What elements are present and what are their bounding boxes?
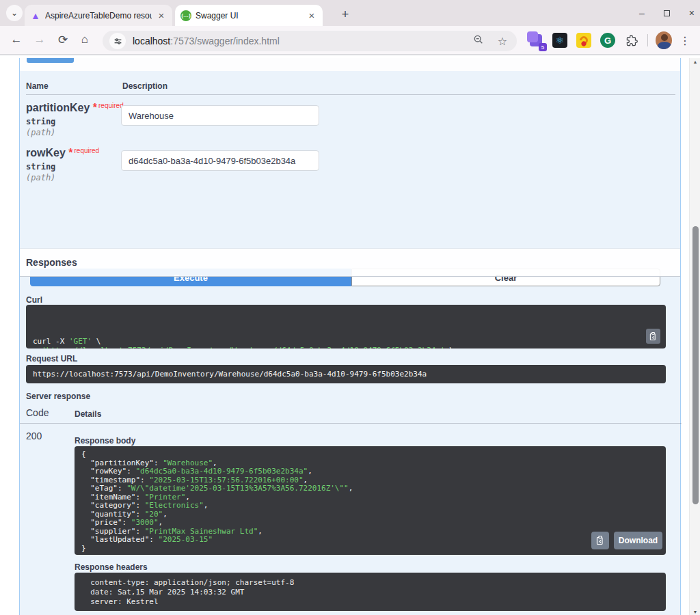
extension-devtools-icon[interactable]: ⚛ xyxy=(552,32,568,49)
tab-strip: ⌄ ▲ AspireAzureTableDemo resourc × {…} S… xyxy=(0,0,700,26)
divider xyxy=(20,423,682,424)
address-bar[interactable]: localhost:7573/swagger/index.html ☆ xyxy=(103,31,517,51)
copy-curl-icon[interactable] xyxy=(646,329,660,344)
param-name-header: Name xyxy=(26,81,49,91)
extension-purple-icon[interactable]: 5 xyxy=(528,32,544,49)
close-window-button[interactable]: × xyxy=(689,8,695,18)
param-type: string xyxy=(26,162,55,172)
copy-response-icon[interactable] xyxy=(591,532,609,549)
curl-command-block[interactable]: curl -X 'GET' \ 'https://localhost:7573/… xyxy=(26,305,666,348)
download-button[interactable]: Download xyxy=(614,532,662,549)
maximize-button[interactable] xyxy=(664,10,670,16)
divider xyxy=(26,94,675,95)
chevron-down-icon: ⌄ xyxy=(11,8,18,18)
server-response-label: Server response xyxy=(26,392,90,401)
page-scrollbar[interactable]: ▲ ▼ xyxy=(689,58,700,615)
required-label: required xyxy=(98,102,124,109)
browser-tab-swagger[interactable]: {…} Swagger UI × xyxy=(175,5,323,26)
close-tab-icon[interactable]: × xyxy=(156,10,167,20)
required-asterisk: * xyxy=(68,147,72,159)
tab-title: Swagger UI xyxy=(196,11,302,20)
responses-section-header: Responses xyxy=(20,248,680,277)
extensions-puzzle-icon[interactable] xyxy=(623,32,640,49)
close-tab-icon[interactable]: × xyxy=(306,10,317,20)
response-body-label: Response body xyxy=(75,436,135,446)
param-name-partitionkey: partitionKey *required xyxy=(26,102,124,114)
required-asterisk: * xyxy=(93,102,97,113)
response-headers-block: content-type: application/json; charset=… xyxy=(75,573,666,611)
toolbar-divider xyxy=(647,34,648,46)
request-url-label: Request URL xyxy=(26,354,77,364)
status-code: 200 xyxy=(26,430,42,441)
forward-button[interactable]: → xyxy=(31,33,48,46)
zoom-out-icon[interactable] xyxy=(473,34,484,48)
param-type: string xyxy=(26,117,55,126)
scroll-down-icon[interactable]: ▼ xyxy=(690,610,700,614)
details-column-header: Details xyxy=(75,409,101,419)
aspire-favicon-icon: ▲ xyxy=(30,10,41,21)
request-url-block: https://localhost:7573/api/DemoInventory… xyxy=(26,365,666,383)
scrollbar-thumb[interactable] xyxy=(692,226,699,504)
reload-button[interactable]: ⟳ xyxy=(55,33,71,47)
param-description-header: Description xyxy=(122,81,167,91)
browser-window: ⌄ ▲ AspireAzureTableDemo resourc × {…} S… xyxy=(0,0,700,615)
browser-menu-icon[interactable]: ⋮ xyxy=(679,34,690,47)
tune-icon[interactable] xyxy=(109,33,126,49)
scroll-up-icon[interactable]: ▲ xyxy=(690,59,700,64)
window-controls: – × xyxy=(639,0,695,26)
param-name-rowkey: rowKey *required xyxy=(26,147,99,159)
responses-title: Responses xyxy=(26,257,77,268)
swagger-favicon-icon: {…} xyxy=(180,10,191,21)
param-location: (path) xyxy=(26,173,55,182)
get-method-badge[interactable] xyxy=(27,58,74,63)
bookmark-star-icon[interactable]: ☆ xyxy=(498,35,507,48)
back-button[interactable]: ← xyxy=(8,33,25,46)
rowkey-input[interactable] xyxy=(121,150,319,171)
home-button[interactable]: ⌂ xyxy=(77,33,93,46)
grammarly-icon[interactable]: G xyxy=(600,32,616,49)
extension-gauge-icon[interactable] xyxy=(576,32,592,49)
partitionkey-input[interactable] xyxy=(121,105,319,126)
response-body-block[interactable]: { "partitionKey": "Warehouse", "rowKey":… xyxy=(75,446,666,555)
swagger-page: Name Description partitionKey *required … xyxy=(0,55,700,615)
new-tab-button[interactable]: + xyxy=(336,5,354,23)
required-label: required xyxy=(74,147,99,154)
response-headers-label: Response headers xyxy=(75,562,148,572)
code-column-header: Code xyxy=(26,407,49,418)
minimize-button[interactable]: – xyxy=(639,8,645,18)
browser-tab-aspire[interactable]: ▲ AspireAzureTableDemo resourc × xyxy=(25,5,172,26)
param-location: (path) xyxy=(26,128,55,137)
tab-search-button[interactable]: ⌄ xyxy=(6,5,23,21)
curl-label: Curl xyxy=(26,295,42,305)
get-operation-block: Name Description partitionKey *required … xyxy=(19,58,681,615)
tab-title: AspireAzureTableDemo resourc xyxy=(45,11,152,20)
profile-avatar[interactable] xyxy=(656,32,672,49)
url-text[interactable]: localhost:7573/swagger/index.html xyxy=(133,36,473,46)
